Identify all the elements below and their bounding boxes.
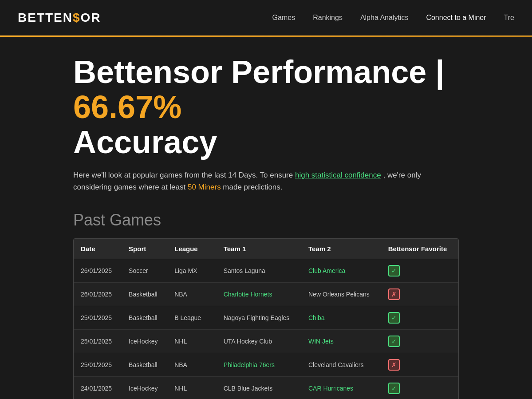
cell-league: NHL — [167, 329, 217, 353]
hero-title-suffix: Accuracy — [73, 124, 217, 160]
past-games-table-container: Date Sport League Team 1 Team 2 Bettenso… — [73, 238, 459, 399]
cell-sport: Soccer — [122, 259, 167, 282]
cell-team2: WIN Jets — [301, 329, 381, 353]
cell-sport: Basketball — [122, 353, 167, 376]
header: BETTEN$OR Games Rankings Alpha Analytics… — [0, 0, 532, 36]
col-date: Date — [74, 239, 122, 259]
nav-connect-miner[interactable]: Connect to a Miner — [426, 14, 486, 22]
cell-result: ✓ — [381, 306, 458, 329]
cell-sport: IceHockey — [122, 376, 167, 399]
logo: BETTEN$OR — [18, 11, 101, 25]
cell-team1: Charlotte Hornets — [217, 282, 301, 306]
hero-subtitle: Here we'll look at popular games from th… — [73, 169, 459, 193]
check-icon: ✓ — [388, 265, 400, 277]
hero-title-prefix: Bettensor Performance | — [73, 54, 444, 90]
table-row: 24/01/2025 IceHockey NHL CLB Blue Jacket… — [74, 376, 458, 399]
cell-team2: Chiba — [301, 306, 381, 329]
table-row: 25/01/2025 Basketball NBA Philadelphia 7… — [74, 353, 458, 376]
cell-team2: New Orleans Pelicans — [301, 282, 381, 306]
nav-games[interactable]: Games — [272, 14, 296, 22]
cell-team1: Nagoya Fighting Eagles — [217, 306, 301, 329]
cross-icon: ✗ — [388, 288, 400, 300]
cell-sport: Basketball — [122, 306, 167, 329]
cross-icon: ✗ — [388, 359, 400, 371]
cell-team1: UTA Hockey Club — [217, 329, 301, 353]
check-icon: ✓ — [388, 383, 400, 394]
cell-team1: CLB Blue Jackets — [217, 376, 301, 399]
table-header-row: Date Sport League Team 1 Team 2 Bettenso… — [74, 239, 458, 259]
cell-date: 26/01/2025 — [74, 259, 122, 282]
hero-accuracy-pct: 66.67% — [73, 89, 181, 125]
col-team2: Team 2 — [301, 239, 381, 259]
cell-team2: Club America — [301, 259, 381, 282]
cell-team1: Santos Laguna — [217, 259, 301, 282]
cell-date: 26/01/2025 — [74, 282, 122, 306]
check-icon: ✓ — [388, 312, 400, 324]
past-games-title: Past Games — [73, 211, 459, 229]
cell-team2: CAR Hurricanes — [301, 376, 381, 399]
cell-date: 24/01/2025 — [74, 376, 122, 399]
hero-title: Bettensor Performance | 66.67% Accuracy — [73, 55, 459, 160]
check-icon: ✓ — [388, 336, 400, 347]
cell-date: 25/01/2025 — [74, 353, 122, 376]
col-league: League — [167, 239, 217, 259]
table-row: 25/01/2025 Basketball B League Nagoya Fi… — [74, 306, 458, 329]
cell-result: ✗ — [381, 353, 458, 376]
subtitle-before: Here we'll look at popular games from th… — [73, 171, 293, 179]
cell-date: 25/01/2025 — [74, 329, 122, 353]
cell-result: ✓ — [381, 259, 458, 282]
main-content: Bettensor Performance | 66.67% Accuracy … — [0, 37, 532, 399]
subtitle-after: made predictions. — [223, 183, 282, 191]
nav: Games Rankings Alpha Analytics Connect t… — [272, 14, 514, 22]
cell-result: ✓ — [381, 329, 458, 353]
nav-tre[interactable]: Tre — [504, 14, 514, 22]
cell-team1: Philadelphia 76ers — [217, 353, 301, 376]
cell-league: NHL — [167, 376, 217, 399]
subtitle-link[interactable]: high statistical confidence — [295, 171, 381, 179]
cell-date: 25/01/2025 — [74, 306, 122, 329]
cell-league: B League — [167, 306, 217, 329]
past-games-table: Date Sport League Team 1 Team 2 Bettenso… — [74, 239, 458, 399]
cell-league: Liga MX — [167, 259, 217, 282]
cell-sport: IceHockey — [122, 329, 167, 353]
col-sport: Sport — [122, 239, 167, 259]
cell-team2: Cleveland Cavaliers — [301, 353, 381, 376]
col-favorite: Bettensor Favorite — [381, 239, 458, 259]
col-team1: Team 1 — [217, 239, 301, 259]
subtitle-miners: 50 Miners — [188, 183, 221, 191]
nav-rankings[interactable]: Rankings — [313, 14, 343, 22]
table-row: 25/01/2025 IceHockey NHL UTA Hockey Club… — [74, 329, 458, 353]
nav-alpha-analytics[interactable]: Alpha Analytics — [360, 14, 409, 22]
table-row: 26/01/2025 Soccer Liga MX Santos Laguna … — [74, 259, 458, 282]
cell-sport: Basketball — [122, 282, 167, 306]
cell-result: ✗ — [381, 282, 458, 306]
cell-league: NBA — [167, 353, 217, 376]
table-row: 26/01/2025 Basketball NBA Charlotte Horn… — [74, 282, 458, 306]
cell-league: NBA — [167, 282, 217, 306]
cell-result: ✓ — [381, 376, 458, 399]
